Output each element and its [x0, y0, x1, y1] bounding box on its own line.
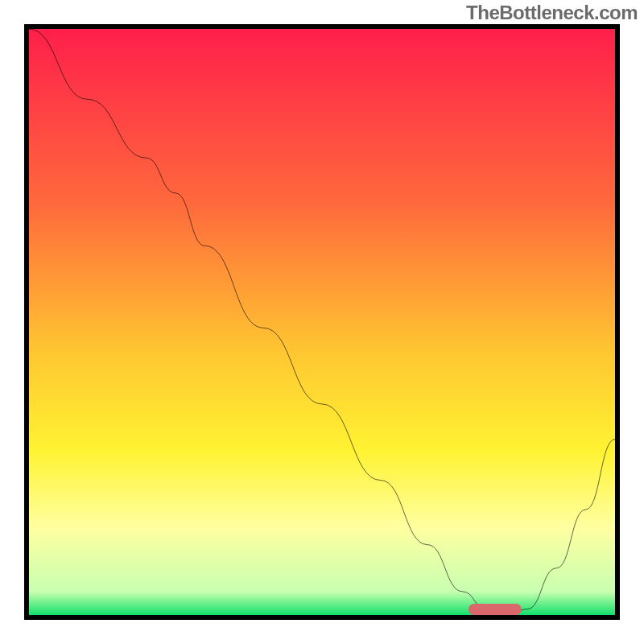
- chart-container: TheBottleneck.com: [0, 0, 644, 644]
- bottleneck-curve-path: [29, 29, 615, 615]
- optimal-range-marker: [469, 604, 522, 615]
- plot-area: [24, 24, 620, 620]
- watermark-text: TheBottleneck.com: [466, 2, 638, 24]
- curve-svg: [29, 29, 615, 615]
